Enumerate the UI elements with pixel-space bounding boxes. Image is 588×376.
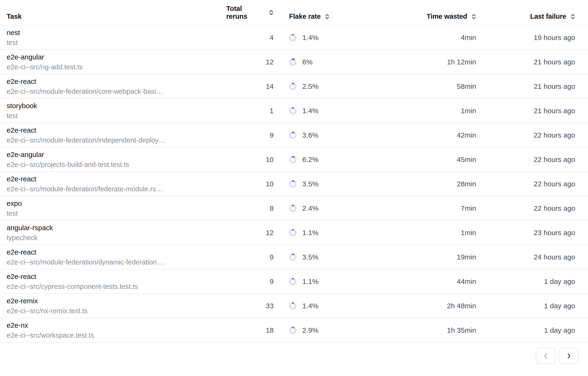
task-cell: e2e-angular e2e-ci--src/projects-build-a… [7, 150, 226, 169]
task-target: typecheck [7, 233, 226, 243]
table-row[interactable]: nest test 4 1.4% 4min 19 hours ago [0, 26, 588, 50]
sort-icon [325, 13, 330, 20]
task-name: angular-rspack [7, 223, 226, 233]
last-failure-value: 21 hours ago [476, 107, 575, 115]
table-row[interactable]: e2e-remix e2e-ci--src/nx-remix.test.ts 3… [0, 294, 588, 318]
task-cell: nest test [7, 28, 226, 48]
task-target: e2e-ci--src/workspace.test.ts [7, 330, 226, 340]
total-reruns-value: 14 [226, 82, 274, 90]
flake-rate-value: 3.6% [302, 131, 318, 139]
flake-rate-value: 1.1% [302, 278, 318, 286]
flake-rate-cell: 3.6% [274, 131, 379, 139]
task-cell: e2e-react e2e-ci--src/cypress-component-… [7, 272, 226, 292]
task-name: e2e-react [7, 125, 226, 135]
last-failure-value: 1 day ago [476, 326, 575, 334]
total-reruns-value: 8 [226, 204, 274, 212]
task-target: e2e-ci--src/module-federation/independen… [7, 135, 226, 145]
flake-rate-cell: 3.5% [274, 180, 379, 188]
task-cell: e2e-react e2e-ci--src/module-federation/… [7, 125, 226, 145]
flake-rate-donut-icon [289, 131, 297, 139]
last-failure-value: 21 hours ago [476, 58, 575, 66]
task-target: test [7, 38, 226, 48]
flake-rate-cell: 2.9% [274, 326, 379, 334]
column-header-time-wasted[interactable]: Time wasted [379, 12, 476, 20]
task-name: e2e-react [7, 76, 226, 86]
table-row[interactable]: expo test 8 2.4% 7min 22 hours ago [0, 196, 588, 221]
table-row[interactable]: angular-rspack typecheck 12 1.1% 1min 23… [0, 221, 588, 245]
last-failure-value: 24 hours ago [476, 253, 575, 261]
table-row[interactable]: e2e-react e2e-ci--src/module-federation/… [0, 172, 588, 196]
last-failure-value: 1 day ago [476, 302, 575, 310]
flake-rate-cell: 6.2% [274, 156, 379, 164]
flake-rate-donut-icon [289, 83, 297, 90]
table-row[interactable]: e2e-angular e2e-ci--src/projects-build-a… [0, 147, 588, 172]
time-wasted-value: 1h 35min [379, 326, 476, 334]
next-page-button[interactable] [559, 348, 578, 364]
task-name: e2e-nx [7, 320, 226, 330]
time-wasted-value: 19min [379, 253, 476, 261]
total-reruns-value: 4 [226, 34, 274, 42]
total-reruns-value: 9 [226, 131, 274, 139]
task-target: e2e-ci--src/projects-build-and-test.test… [7, 160, 226, 169]
task-cell: storybook test [7, 101, 226, 121]
sort-icon [570, 13, 575, 20]
previous-page-button[interactable] [536, 348, 556, 364]
task-cell: e2e-react e2e-ci--src/module-federation/… [7, 174, 226, 194]
pagination [0, 348, 588, 364]
last-failure-value: 22 hours ago [476, 156, 575, 164]
task-cell: expo test [7, 198, 226, 218]
flake-rate-value: 6.2% [302, 156, 318, 164]
task-target: e2e-ci--src/cypress-component-tests.test… [7, 282, 226, 292]
table-row[interactable]: e2e-react e2e-ci--src/module-federation/… [0, 245, 588, 270]
flake-rate-cell: 1.4% [274, 34, 379, 42]
task-target: e2e-ci--src/module-federation/core-webpa… [7, 86, 226, 96]
table-body: nest test 4 1.4% 4min 19 hours ago e2e-a… [0, 26, 588, 343]
task-target: test [7, 208, 226, 218]
flake-rate-cell: 6% [274, 58, 379, 66]
time-wasted-value: 7min [379, 204, 476, 212]
table-row[interactable]: storybook test 1 1.4% 1min 21 hours ago [0, 99, 588, 123]
table-row[interactable]: e2e-react e2e-ci--src/module-federation/… [0, 74, 588, 99]
task-name: e2e-react [7, 174, 226, 184]
sort-icon [269, 9, 274, 16]
last-failure-value: 1 day ago [476, 278, 575, 286]
flake-rate-cell: 2.4% [274, 204, 379, 212]
flake-rate-donut-icon [289, 229, 297, 237]
time-wasted-value: 1min [379, 107, 476, 115]
table-row[interactable]: e2e-nx e2e-ci--src/workspace.test.ts 18 … [0, 318, 588, 343]
sort-icon [471, 13, 476, 20]
task-name: e2e-angular [7, 150, 226, 160]
total-reruns-value: 10 [226, 156, 274, 164]
task-cell: e2e-angular e2e-ci--src/ng-add.test.ts [7, 52, 226, 72]
flake-rate-cell: 2.5% [274, 82, 379, 90]
last-failure-value: 22 hours ago [476, 204, 575, 212]
time-wasted-value: 45min [379, 156, 476, 164]
task-name: nest [7, 28, 226, 38]
table-row[interactable]: e2e-angular e2e-ci--src/ng-add.test.ts 1… [0, 50, 588, 74]
time-wasted-value: 42min [379, 131, 476, 139]
total-reruns-value: 12 [226, 229, 274, 237]
flake-rate-donut-icon [289, 278, 297, 285]
task-name: e2e-react [7, 247, 226, 257]
flake-rate-donut-icon [289, 205, 297, 212]
flake-rate-donut-icon [289, 34, 297, 42]
flake-rate-value: 1.1% [302, 229, 318, 237]
table-row[interactable]: e2e-react e2e-ci--src/cypress-component-… [0, 270, 588, 294]
task-target: e2e-ci--src/module-federation/dynamic-fe… [7, 257, 226, 267]
column-header-last-failure[interactable]: Last failure [476, 12, 575, 20]
task-name: e2e-angular [7, 52, 226, 62]
flake-rate-value: 3.5% [302, 180, 318, 188]
task-name: expo [7, 198, 226, 208]
table-row[interactable]: e2e-react e2e-ci--src/module-federation/… [0, 123, 588, 147]
column-header-flake-rate[interactable]: Flake rate [274, 12, 379, 20]
last-failure-value: 22 hours ago [476, 180, 575, 188]
flaky-tasks-table: Task Total reruns Flake rate Time wasted… [0, 0, 588, 364]
time-wasted-value: 1min [379, 229, 476, 237]
flake-rate-value: 2.5% [302, 82, 318, 90]
flake-rate-value: 1.4% [302, 107, 318, 115]
time-wasted-value: 44min [379, 278, 476, 286]
column-header-task-label: Task [7, 12, 21, 20]
total-reruns-value: 10 [226, 180, 274, 188]
column-header-total-reruns[interactable]: Total reruns [226, 5, 274, 20]
flake-rate-donut-icon [289, 253, 297, 261]
